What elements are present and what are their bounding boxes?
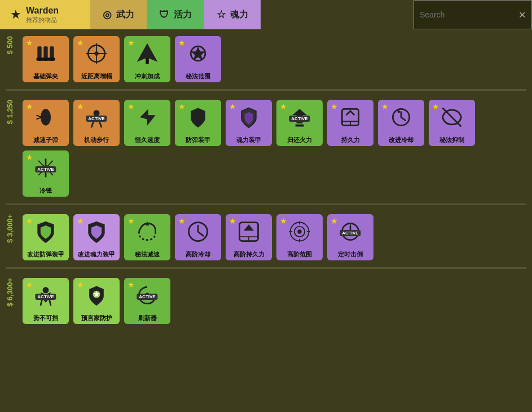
- tab-wuli[interactable]: ◎ 武力: [90, 0, 147, 29]
- tier-row-0: $ 500★基础弹夹★近距离增幅★冲刺加成★秘法范围: [6, 29, 526, 87]
- main-content: $ 500★基础弹夹★近距离增幅★冲刺加成★秘法范围$ 1,250★减速子弹★A…: [0, 29, 532, 412]
- item-star-icon: ★: [26, 153, 33, 162]
- tab-mouli[interactable]: ☆ 魂力: [204, 0, 261, 29]
- item-card-改进魂力装甲[interactable]: ★改进魂力装甲: [73, 214, 120, 260]
- item-card-预言家防护[interactable]: ★预言家防护: [73, 278, 120, 324]
- tier-row-1: $ 1,250★减速子弹★ACTIVE机动步行★恒久速度★防弹装甲★魂力装甲★A…: [6, 93, 526, 201]
- items-grid-3-0: ★ACTIVE势不可挡★预言家防护★ACTIVE刷新器: [23, 278, 170, 324]
- items-grid-2-0: ★改进防弹装甲★改进魂力装甲★秘法减速★高阶冷却★高阶持久力★高阶范围★ACTI…: [23, 214, 373, 260]
- item-star-icon: ★: [26, 102, 33, 111]
- items-col-3: ★ACTIVE势不可挡★预言家防护★ACTIVE刷新器: [23, 278, 170, 324]
- svg-point-33: [297, 230, 301, 234]
- warden-title-group: Warden 推荐的物品: [26, 6, 59, 24]
- active-badge: ACTIVE: [35, 166, 56, 172]
- item-card-秘法抑制[interactable]: ★秘法抑制: [429, 100, 475, 146]
- search-input[interactable]: [420, 10, 510, 19]
- item-label: 魂力装甲: [236, 136, 261, 144]
- svg-point-11: [41, 109, 51, 126]
- svg-point-7: [94, 52, 98, 56]
- item-star-icon: ★: [26, 280, 33, 289]
- item-card-机动步行[interactable]: ★ACTIVE机动步行: [73, 100, 120, 146]
- item-star-icon: ★: [127, 216, 135, 225]
- search-close-icon[interactable]: ✕: [518, 10, 526, 20]
- warden-title: Warden: [26, 6, 59, 16]
- item-card-冲刺加成[interactable]: ★冲刺加成: [124, 36, 170, 82]
- price-label-3: $ 6,300+: [6, 278, 23, 312]
- item-star-icon: ★: [432, 102, 439, 111]
- tier-divider: [6, 89, 526, 91]
- item-label: 刷新器: [138, 314, 157, 322]
- item-card-基础弹夹[interactable]: ★基础弹夹: [23, 36, 69, 82]
- item-label: 势不可挡: [33, 314, 58, 322]
- tab-huoli[interactable]: 🛡 活力: [147, 0, 204, 29]
- item-card-定时击倒[interactable]: ★ACTIVE定时击倒: [327, 214, 373, 260]
- item-card-刷新器[interactable]: ★ACTIVE刷新器: [124, 278, 170, 324]
- item-label: 近距离增幅: [81, 73, 112, 80]
- active-badge: ACTIVE: [137, 294, 157, 300]
- item-star-icon: ★: [77, 102, 84, 111]
- items-grid-0-0: ★基础弹夹★近距离增幅★冲刺加成★秘法范围: [23, 36, 221, 82]
- item-star-icon: ★: [331, 102, 338, 111]
- item-star-icon: ★: [127, 280, 135, 289]
- item-card-恒久速度[interactable]: ★恒久速度: [124, 100, 170, 146]
- item-label: 恒久速度: [135, 136, 160, 144]
- item-star-icon: ★: [127, 38, 135, 47]
- item-star-icon: ★: [178, 38, 186, 47]
- item-label: 冷锋: [39, 187, 52, 194]
- item-star-icon: ★: [178, 216, 186, 225]
- item-star-icon: ★: [229, 216, 236, 225]
- item-label: 改进魂力装甲: [78, 251, 115, 258]
- items-col-2: ★改进防弹装甲★改进魂力装甲★秘法减速★高阶冷却★高阶持久力★高阶范围★ACTI…: [23, 214, 373, 260]
- item-card-高阶冷却[interactable]: ★高阶冷却: [175, 214, 221, 260]
- item-star-icon: ★: [77, 280, 84, 289]
- item-star-icon: ★: [26, 216, 33, 225]
- item-label: 秘法减速: [135, 251, 160, 258]
- items-col-1: ★减速子弹★ACTIVE机动步行★恒久速度★防弹装甲★魂力装甲★ACTIVE归还…: [23, 100, 475, 197]
- item-card-减速子弹[interactable]: ★减速子弹: [23, 100, 69, 146]
- item-card-高阶持久力[interactable]: ★高阶持久力: [226, 214, 272, 260]
- item-star-icon: ★: [331, 216, 338, 225]
- tier-divider: [6, 203, 526, 205]
- item-label: 定时击倒: [338, 251, 363, 258]
- items-grid-1-0: ★减速子弹★ACTIVE机动步行★恒久速度★防弹装甲★魂力装甲★ACTIVE归还…: [23, 100, 475, 146]
- item-card-持久力[interactable]: ★持久力: [327, 100, 373, 146]
- item-card-势不可挡[interactable]: ★ACTIVE势不可挡: [23, 278, 69, 324]
- item-label: 秘法范围: [186, 73, 210, 80]
- item-card-冷锋[interactable]: ★ACTIVE冷锋: [23, 150, 69, 197]
- item-card-改进冷却[interactable]: ★改进冷却: [378, 100, 424, 146]
- item-label: 防弹装甲: [186, 136, 210, 144]
- item-card-防弹装甲[interactable]: ★防弹装甲: [175, 100, 221, 146]
- item-star-icon: ★: [127, 102, 135, 111]
- item-star-icon: ★: [381, 102, 389, 111]
- tab-huoli-label: 活力: [174, 9, 192, 21]
- item-star-icon: ★: [77, 216, 84, 225]
- item-label: 改进冷却: [389, 136, 414, 144]
- svg-rect-3: [37, 58, 55, 61]
- item-label: 减速子弹: [33, 136, 58, 144]
- item-star-icon: ★: [280, 102, 287, 111]
- item-card-秘法减速[interactable]: ★秘法减速: [124, 214, 170, 260]
- item-star-icon: ★: [26, 38, 33, 47]
- item-label: 归还火力: [287, 136, 312, 144]
- price-label-2: $ 3,000+: [6, 214, 23, 249]
- item-label: 秘法抑制: [439, 136, 464, 144]
- item-card-改进防弹装甲[interactable]: ★改进防弹装甲: [23, 214, 69, 260]
- items-col-0: ★基础弹夹★近距离增幅★冲刺加成★秘法范围: [23, 36, 221, 82]
- item-card-近距离增幅[interactable]: ★近距离增幅: [73, 36, 120, 82]
- active-badge: ACTIVE: [340, 230, 360, 236]
- item-star-icon: ★: [77, 38, 84, 47]
- svg-rect-9: [146, 58, 149, 64]
- item-card-归还火力[interactable]: ★ACTIVE归还火力: [276, 100, 323, 146]
- wuli-icon: ◎: [103, 8, 112, 21]
- item-label: 高阶持久力: [234, 251, 265, 258]
- item-card-魂力装甲[interactable]: ★魂力装甲: [226, 100, 272, 146]
- items-grid-1-1: ★ACTIVE冷锋: [23, 150, 475, 197]
- item-card-秘法范围[interactable]: ★秘法范围: [175, 36, 221, 82]
- price-label-1: $ 1,250: [6, 100, 23, 130]
- item-star-icon: ★: [178, 102, 186, 111]
- tab-warden[interactable]: ★ Warden 推荐的物品: [0, 0, 90, 29]
- item-card-高阶范围[interactable]: ★高阶范围: [276, 214, 323, 260]
- tab-mouli-label: 魂力: [230, 9, 248, 21]
- item-star-icon: ★: [280, 216, 287, 225]
- mouli-icon: ☆: [217, 8, 226, 21]
